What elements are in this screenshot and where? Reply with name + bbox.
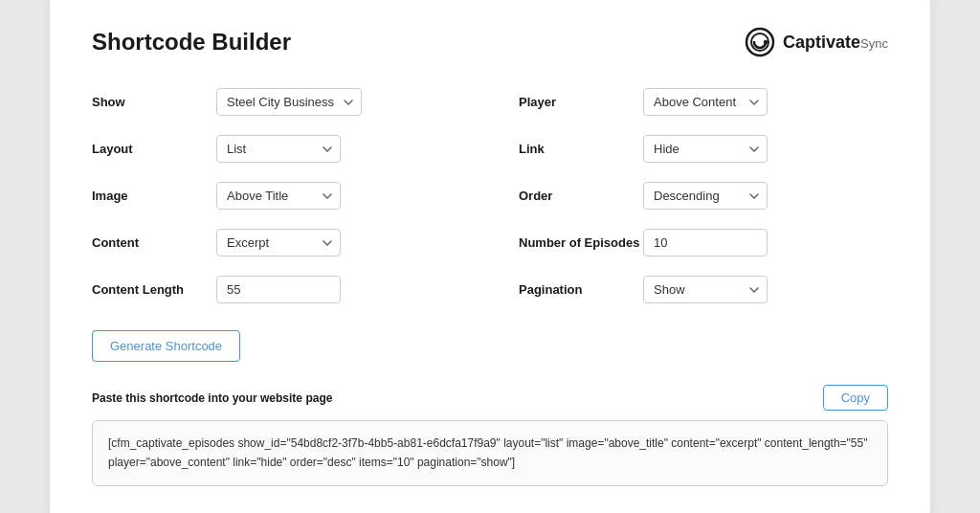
- card-header: Shortcode Builder CaptivateSync: [92, 27, 888, 57]
- episodes-control: [643, 229, 888, 256]
- page-title: Shortcode Builder: [92, 29, 291, 56]
- image-select[interactable]: Above Title Below Title None: [216, 182, 341, 210]
- episodes-input[interactable]: [643, 229, 768, 256]
- player-label: Player: [519, 95, 643, 109]
- logo-icon: [745, 27, 775, 57]
- link-label: Link: [519, 142, 643, 156]
- content-label: Content: [92, 235, 216, 250]
- show-label: Show: [92, 95, 216, 109]
- shortcode-builder-card: Shortcode Builder CaptivateSync Show Ste…: [50, 0, 930, 513]
- content-length-row: Content Length: [92, 276, 461, 303]
- player-select[interactable]: Above Content Below Content None: [643, 88, 768, 116]
- layout-control: List Grid: [216, 135, 461, 163]
- copy-button[interactable]: Copy: [823, 385, 888, 411]
- order-label: Order: [519, 189, 643, 203]
- content-length-control: [216, 276, 461, 303]
- link-select[interactable]: Hide Show: [643, 135, 768, 163]
- show-select[interactable]: Steel City Business Option 2: [216, 88, 362, 116]
- logo: CaptivateSync: [745, 27, 888, 57]
- generate-shortcode-button[interactable]: Generate Shortcode: [92, 330, 240, 362]
- image-row: Image Above Title Below Title None: [92, 182, 461, 210]
- pagination-control: Show Hide: [643, 276, 888, 303]
- pagination-label: Pagination: [519, 282, 643, 297]
- image-control: Above Title Below Title None: [216, 182, 461, 210]
- link-control: Hide Show: [643, 135, 888, 163]
- player-row: Player Above Content Below Content None: [519, 88, 888, 116]
- shortcode-instruction: Paste this shortcode into your website p…: [92, 391, 332, 405]
- content-length-input[interactable]: [216, 276, 341, 303]
- pagination-select[interactable]: Show Hide: [643, 276, 768, 303]
- content-select[interactable]: Excerpt Full None: [216, 229, 341, 256]
- form-grid: Show Steel City Business Option 2 Player…: [92, 88, 888, 303]
- show-control: Steel City Business Option 2: [216, 88, 461, 116]
- pagination-row: Pagination Show Hide: [519, 276, 888, 303]
- logo-text: CaptivateSync: [783, 33, 888, 53]
- layout-row: Layout List Grid: [92, 135, 461, 163]
- content-control: Excerpt Full None: [216, 229, 461, 256]
- shortcode-section: Paste this shortcode into your website p…: [92, 385, 888, 485]
- order-select[interactable]: Descending Ascending: [643, 182, 768, 210]
- episodes-row: Number of Episodes: [519, 229, 888, 256]
- content-row: Content Excerpt Full None: [92, 229, 461, 256]
- svg-point-2: [764, 40, 768, 44]
- shortcode-output: [cfm_captivate_episodes show_id="54bd8cf…: [92, 420, 888, 485]
- layout-select[interactable]: List Grid: [216, 135, 341, 163]
- content-length-label: Content Length: [92, 282, 216, 297]
- image-label: Image: [92, 189, 216, 203]
- order-row: Order Descending Ascending: [519, 182, 888, 210]
- shortcode-header: Paste this shortcode into your website p…: [92, 385, 888, 411]
- show-row: Show Steel City Business Option 2: [92, 88, 461, 116]
- layout-label: Layout: [92, 142, 216, 156]
- order-control: Descending Ascending: [643, 182, 888, 210]
- link-row: Link Hide Show: [519, 135, 888, 163]
- episodes-label: Number of Episodes: [519, 235, 643, 250]
- player-control: Above Content Below Content None: [643, 88, 888, 116]
